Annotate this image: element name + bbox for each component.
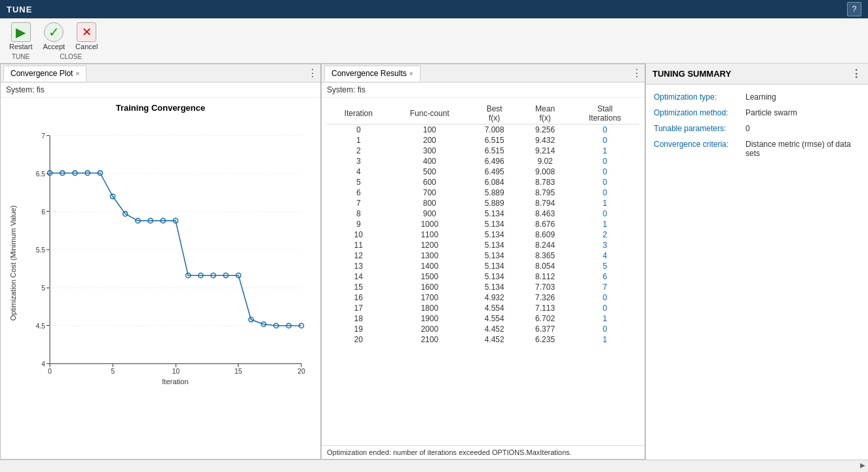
summary-content: Optimization type:LearningOptimization m… xyxy=(646,85,868,172)
table-cell: 7 xyxy=(327,198,390,208)
table-cell: 5.134 xyxy=(469,250,519,261)
table-cell: 5.134 xyxy=(469,282,519,292)
table-cell: 0 xyxy=(571,177,639,187)
table-cell: 9.214 xyxy=(519,146,570,156)
table-cell: 1300 xyxy=(390,250,469,261)
table-cell: 5.134 xyxy=(469,208,519,219)
col-header-iteration: Iteration xyxy=(327,103,390,125)
table-cell: 1700 xyxy=(390,292,469,303)
table-cell: 6.084 xyxy=(469,177,519,187)
table-cell: 7.703 xyxy=(519,282,570,292)
table-cell: 8.609 xyxy=(519,229,570,240)
convergence-results-panel: Convergence Results × ⋮ System: fis Iter… xyxy=(321,64,645,460)
table-cell: 0 xyxy=(571,292,639,303)
col-header-func-count: Func-count xyxy=(390,103,469,125)
table-cell: 500 xyxy=(390,167,469,177)
svg-text:6.5: 6.5 xyxy=(36,170,46,178)
restart-label: Restart xyxy=(9,43,32,50)
convergence-results-tab[interactable]: Convergence Results × xyxy=(324,66,421,81)
middle-panel-content: Iteration Func-count Bestf(x) Meanf(x) S… xyxy=(322,98,645,459)
table-cell: 2 xyxy=(327,146,390,156)
table-cell: 100 xyxy=(390,125,469,136)
col-header-stall-iterations: StallIterations xyxy=(571,103,639,125)
table-cell: 800 xyxy=(390,198,469,208)
svg-text:4.5: 4.5 xyxy=(36,323,46,330)
cancel-button[interactable]: ✕ Cancel xyxy=(71,21,102,52)
table-cell: 2000 xyxy=(390,324,469,334)
table-cell: 6.496 xyxy=(469,156,519,167)
table-cell: 4.554 xyxy=(469,303,519,313)
svg-text:0: 0 xyxy=(48,368,52,375)
table-cell: 5 xyxy=(327,177,390,187)
table-cell: 7.008 xyxy=(469,125,519,136)
table-cell: 6.515 xyxy=(469,135,519,146)
toolbar: ▶ Restart ✓ Accept ✕ Cancel TUNE CLOSE xyxy=(0,18,868,64)
table-cell: 0 xyxy=(571,167,639,177)
svg-text:10: 10 xyxy=(172,368,180,375)
table-cell: 6.702 xyxy=(519,313,570,324)
table-cell: 0 xyxy=(571,187,639,198)
table-row: 56006.0848.7830 xyxy=(327,177,639,187)
svg-text:20: 20 xyxy=(297,368,305,375)
plot-title: Training Convergence xyxy=(6,103,315,113)
table-cell: 11 xyxy=(327,240,390,250)
convergence-plot-tab-close[interactable]: × xyxy=(75,70,79,77)
table-row: 1718004.5547.1130 xyxy=(327,303,639,313)
table-cell: 8.783 xyxy=(519,177,570,187)
table-row: 1516005.1347.7037 xyxy=(327,282,639,292)
convergence-results-tab-close[interactable]: × xyxy=(409,70,413,77)
table-cell: 1000 xyxy=(390,219,469,229)
table-cell: 5.134 xyxy=(469,261,519,271)
left-panel-tab-bar: Convergence Plot × ⋮ xyxy=(1,64,320,83)
section-labels: TUNE CLOSE xyxy=(5,53,102,60)
table-cell: 1 xyxy=(327,135,390,146)
summary-value-3: Distance metric (rmse) of data sets xyxy=(745,140,860,158)
left-panel-tabs: Convergence Plot × xyxy=(3,66,86,81)
left-panel-menu-button[interactable]: ⋮ xyxy=(307,67,318,79)
table-cell: 0 xyxy=(571,125,639,136)
table-cell: 1 xyxy=(571,313,639,324)
svg-text:5: 5 xyxy=(41,285,45,292)
tuning-summary-header: TUNING SUMMARY ⋮ xyxy=(646,64,868,85)
scroll-right-arrow[interactable]: ▶ xyxy=(860,462,865,469)
convergence-plot-tab[interactable]: Convergence Plot × xyxy=(3,66,86,81)
help-button[interactable]: ? xyxy=(847,2,861,16)
svg-text:5.5: 5.5 xyxy=(36,246,46,254)
table-cell: 2100 xyxy=(390,334,469,345)
table-cell: 14 xyxy=(327,271,390,282)
table-cell: 15 xyxy=(327,282,390,292)
convergence-plot-svg: Optimization Cost (Minimum Value) 7 6.5 … xyxy=(6,115,315,397)
table-cell: 8.365 xyxy=(519,250,570,261)
tuning-summary-title: TUNING SUMMARY xyxy=(652,69,731,79)
table-cell: 6.235 xyxy=(519,334,570,345)
results-table: Iteration Func-count Bestf(x) Meanf(x) S… xyxy=(327,103,639,345)
summary-value-0: Learning xyxy=(745,92,776,102)
accept-button[interactable]: ✓ Accept xyxy=(39,21,69,52)
right-panel-menu-button[interactable]: ⋮ xyxy=(851,68,861,80)
table-cell: 8 xyxy=(327,208,390,219)
table-cell: 400 xyxy=(390,156,469,167)
summary-row-0: Optimization type:Learning xyxy=(654,92,860,102)
table-cell: 300 xyxy=(390,146,469,156)
table-row: 12006.5159.4320 xyxy=(327,135,639,146)
table-cell: 3 xyxy=(327,156,390,167)
table-cell: 5.889 xyxy=(469,198,519,208)
table-row: 1617004.9327.3260 xyxy=(327,292,639,303)
table-cell: 7 xyxy=(571,282,639,292)
table-row: 1112005.1348.2443 xyxy=(327,240,639,250)
summary-row-1: Optimization method:Particle swarm xyxy=(654,108,860,117)
table-cell: 6 xyxy=(571,271,639,282)
middle-panel-tabs: Convergence Results × xyxy=(324,66,421,81)
table-cell: 9.256 xyxy=(519,125,570,136)
bottom-bar: ▶ xyxy=(0,460,868,470)
plot-area: Training Convergence Optimization Cost (… xyxy=(1,98,320,459)
middle-panel-menu-button[interactable]: ⋮ xyxy=(632,67,642,79)
table-cell: 1900 xyxy=(390,313,469,324)
accept-icon: ✓ xyxy=(44,22,64,42)
table-cell: 4 xyxy=(571,250,639,261)
convergence-plot-panel: Convergence Plot × ⋮ System: fis Trainin… xyxy=(0,64,321,460)
table-cell: 12 xyxy=(327,250,390,261)
restart-button[interactable]: ▶ Restart xyxy=(5,21,36,52)
main-content: Convergence Plot × ⋮ System: fis Trainin… xyxy=(0,64,868,460)
table-cell: 1400 xyxy=(390,261,469,271)
